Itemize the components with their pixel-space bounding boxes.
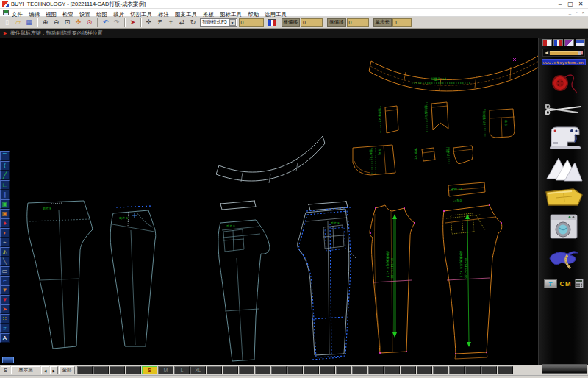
size-empty[interactable]	[223, 366, 238, 374]
menu-item-3[interactable]: 检查	[62, 11, 74, 18]
piece-tool-icon[interactable]: ▣	[0, 209, 10, 218]
size-empty[interactable]	[352, 366, 368, 374]
pan-hand-icon[interactable]: ✣	[73, 18, 84, 27]
size-empty[interactable]	[110, 366, 125, 374]
open-folder-icon[interactable]: ▱	[12, 18, 24, 27]
zoom-in-icon[interactable]: ⊕	[40, 18, 51, 27]
resize-grip[interactable]	[542, 364, 587, 374]
new-file-icon[interactable]: ▯	[1, 18, 12, 27]
menu-item-1[interactable]: 编辑	[29, 11, 40, 18]
piece-pant-front-graded[interactable]	[370, 205, 415, 354]
piece-waistband-strip-1[interactable]	[220, 201, 256, 210]
hash-tool-icon[interactable]: #	[0, 324, 10, 333]
logo-swoosh-tool[interactable]	[545, 246, 582, 271]
size-empty[interactable]	[336, 366, 351, 374]
pattern-drawing[interactable]: 后腰头 ×1	[0, 38, 538, 365]
scissors-tool[interactable]	[544, 101, 584, 118]
piece-pant-front-2[interactable]	[110, 210, 156, 346]
mdi-minimize-button[interactable]: _	[567, 10, 573, 15]
piece-pant-back-selected[interactable]	[298, 207, 356, 360]
piece-pocket-welt[interactable]	[431, 102, 448, 130]
size-empty[interactable]	[433, 366, 448, 374]
rotate-icon[interactable]: ↻	[187, 18, 198, 27]
size-empty[interactable]	[304, 366, 319, 374]
pencil-banner[interactable]	[542, 49, 585, 57]
size-l[interactable]: L	[174, 366, 190, 374]
v-offset-input[interactable]: 0	[347, 18, 369, 27]
cursor-tool-icon[interactable]: ➤	[127, 18, 138, 27]
mdi-restore-button[interactable]: ▫	[573, 10, 580, 15]
angle-tool-icon[interactable]: ∟	[0, 180, 10, 190]
unit-toggle-button[interactable]: T	[544, 279, 557, 288]
piece-pocket-facing[interactable]	[385, 106, 398, 133]
quick-icon-3[interactable]	[564, 39, 574, 46]
size-empty[interactable]	[368, 366, 384, 374]
size-empty[interactable]	[384, 366, 400, 374]
s-button[interactable]: S	[1, 366, 10, 374]
size-empty[interactable]	[320, 366, 335, 374]
calculator-icon[interactable]	[575, 279, 584, 288]
curve-tool-icon[interactable]: ⟨	[0, 161, 10, 171]
add-point-icon[interactable]: +	[165, 18, 176, 27]
piece-pocket-flap[interactable]	[490, 109, 514, 138]
piece-pant-front-1[interactable]	[27, 201, 93, 349]
size-empty[interactable]	[255, 366, 270, 374]
step-input[interactable]: 1	[392, 18, 412, 27]
next-arrow-button[interactable]: ▶	[50, 366, 58, 374]
all-sizes-button[interactable]: 全部	[59, 366, 75, 374]
size-empty[interactable]	[239, 366, 254, 374]
vee-tool-icon[interactable]: ▼	[0, 295, 10, 304]
notch-tool-icon[interactable]: ◭	[0, 247, 10, 257]
line-tool-icon[interactable]: ╱	[0, 171, 10, 180]
screen-tool-icon[interactable]: ▭	[0, 266, 10, 276]
arrow-tool-icon[interactable]: ➤	[0, 304, 10, 314]
menu-item-9[interactable]: 图案工具	[175, 11, 197, 18]
menu-item-4[interactable]: 设置	[79, 11, 90, 18]
size-empty[interactable]	[77, 366, 93, 374]
move-tool-icon[interactable]: ✛	[143, 18, 154, 27]
size-empty[interactable]	[93, 366, 109, 374]
swap-icon[interactable]: ⇄	[176, 18, 187, 27]
rect-tool-icon[interactable]: ▣	[0, 199, 10, 209]
smart-tool-icon[interactable]: Ƶ	[154, 18, 165, 27]
menu-item-13[interactable]: 选用工具	[265, 11, 287, 18]
button-thread-tool[interactable]	[549, 71, 578, 95]
website-banner[interactable]: www.etsystem.cn	[542, 59, 586, 65]
piece-coin-pocket[interactable]	[422, 148, 435, 161]
size-empty[interactable]	[401, 366, 416, 374]
quick-icon-4[interactable]	[576, 39, 585, 46]
chevron-down-icon[interactable]: ▼	[229, 19, 236, 26]
washing-machine-tool[interactable]	[548, 213, 580, 240]
size-empty[interactable]	[481, 366, 497, 374]
parallel-tool-icon[interactable]: ∥	[0, 190, 10, 199]
size-empty[interactable]	[287, 366, 303, 374]
save-icon[interactable]: ▦	[24, 18, 35, 27]
dart-tool-icon[interactable]: ♦	[0, 218, 10, 228]
quick-icon-2[interactable]	[553, 39, 563, 46]
menu-item-12[interactable]: 帮助	[248, 11, 259, 18]
pattern-canvas[interactable]: ⌒⟨╱∟∥▣▣♦◗⌁◭╲▭⌐▼▼➤∷#A 后腰头 ×1	[0, 38, 538, 365]
fit-screen-icon[interactable]: ⊡	[62, 18, 73, 27]
undo-icon[interactable]: ↶	[100, 18, 111, 27]
piece-waistband-front[interactable]	[216, 136, 325, 183]
menu-item-0[interactable]: 文件	[12, 11, 23, 18]
menu-item-5[interactable]: 绘图	[96, 11, 107, 18]
text-tool-icon[interactable]: A	[0, 333, 10, 343]
display-layer-button[interactable]: 显示层	[11, 366, 40, 374]
size-m[interactable]: M	[158, 366, 173, 374]
menu-item-10[interactable]: 推板	[203, 11, 214, 18]
mode-dropdown[interactable]: 智能模式F5 ▼	[200, 18, 237, 27]
piece-pant-back-1[interactable]	[218, 220, 270, 361]
menu-item-2[interactable]: 视图	[46, 11, 57, 18]
piece-fly[interactable]	[453, 146, 473, 164]
mdi-close-button[interactable]: ×	[580, 10, 587, 15]
size-s[interactable]: S	[142, 366, 157, 374]
grid-tool-icon[interactable]: ∷	[0, 314, 10, 324]
size-empty[interactable]	[126, 366, 141, 374]
size-empty[interactable]	[417, 366, 432, 374]
restore-button[interactable]: ▢	[565, 1, 576, 8]
arc-tool-icon[interactable]: ⌒	[0, 151, 10, 161]
keyboard-switch-icon[interactable]	[268, 19, 276, 26]
size-empty[interactable]	[465, 366, 481, 374]
minimize-button[interactable]: –	[555, 1, 565, 8]
